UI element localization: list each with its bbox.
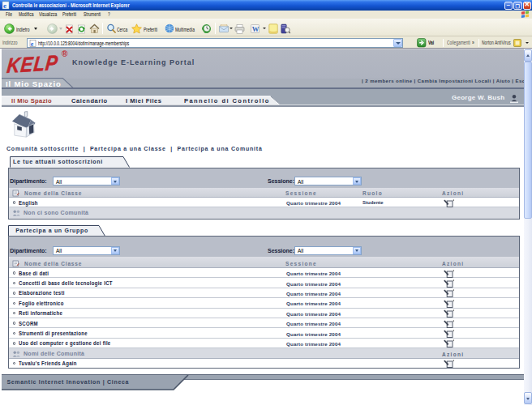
svg-text:W: W (251, 24, 259, 32)
svg-text:e: e (30, 40, 33, 47)
svg-text:e: e (3, 2, 6, 10)
